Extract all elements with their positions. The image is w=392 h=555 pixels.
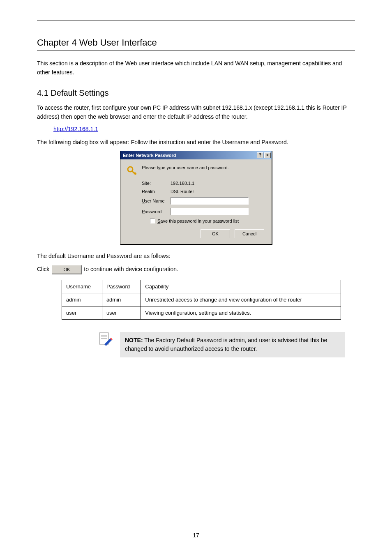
username-label: User Name xyxy=(142,198,171,203)
cell-username: user xyxy=(62,306,102,320)
ok-button[interactable]: OK xyxy=(201,229,230,238)
title-underline xyxy=(37,51,355,51)
th-capability: Capability xyxy=(141,280,341,293)
realm-value: DSL Router xyxy=(171,189,194,194)
save-password-checkbox[interactable] xyxy=(150,219,155,223)
inline-ok-button[interactable]: OK xyxy=(52,265,81,274)
note-block: NOTE: The Factory Default Password is ad… xyxy=(99,332,345,357)
password-label-rest: assword xyxy=(145,209,161,214)
dialog-title-text: Enter Network Password xyxy=(123,153,256,158)
dialog-titlebar: Enter Network Password ? × xyxy=(120,151,272,159)
default-accounts-lead: The default Username and Password are as… xyxy=(37,252,355,261)
table-row: admin admin Unrestricted access to chang… xyxy=(62,293,341,306)
cell-password: admin xyxy=(102,293,141,306)
cell-capability: Unrestricted access to change and view c… xyxy=(141,293,341,306)
username-input[interactable] xyxy=(171,197,249,205)
login-dialog: Enter Network Password ? × Please type y… xyxy=(120,151,272,244)
th-username: Username xyxy=(62,280,102,293)
router-url: http://192.168.1.1 xyxy=(53,126,355,132)
note-body: The Factory Default Password is admin, a… xyxy=(125,337,327,352)
save-password-label: SSave this password in your password lis… xyxy=(157,219,239,223)
dialog-prompt: Please type your user name and password. xyxy=(142,165,229,170)
table-row: user user Viewing configuration, setting… xyxy=(62,306,341,320)
router-url-link[interactable]: http://192.168.1.1 xyxy=(53,126,98,132)
realm-label: Realm xyxy=(142,189,171,194)
key-icon xyxy=(126,165,138,177)
th-password: Password xyxy=(102,280,141,293)
subchapter-title: 4.1 Default Settings xyxy=(37,88,355,98)
cell-username: admin xyxy=(62,293,102,306)
username-label-rest: ser Name xyxy=(145,198,165,203)
top-rule xyxy=(37,21,355,21)
cell-password: user xyxy=(102,306,141,320)
continue-text: to continue with device configuration. xyxy=(84,265,178,274)
note-text: NOTE: The Factory Default Password is ad… xyxy=(120,332,345,357)
intro-paragraph: This section is a description of the Web… xyxy=(37,59,355,77)
cancel-button[interactable]: Cancel xyxy=(235,229,264,238)
dialog-lead-in: The following dialog box will appear: Fo… xyxy=(37,138,355,147)
note-icon xyxy=(99,332,113,346)
site-value: 192.168.1.1 xyxy=(171,181,194,186)
table-header-row: Username Password Capability xyxy=(62,280,341,293)
help-icon[interactable]: ? xyxy=(257,152,263,158)
close-icon[interactable]: × xyxy=(264,152,271,158)
accounts-table: Username Password Capability admin admin… xyxy=(62,280,341,320)
password-label: Password xyxy=(142,209,171,214)
cell-capability: Viewing configuration, settings and stat… xyxy=(141,306,341,320)
click-text: Click xyxy=(37,265,49,274)
chapter-title: Chapter 4 Web User Interface xyxy=(37,37,355,48)
page-number: 17 xyxy=(0,532,392,539)
password-input[interactable] xyxy=(171,208,249,215)
site-label: Site: xyxy=(142,181,171,186)
access-paragraph: To access the router, first configure yo… xyxy=(37,104,355,121)
note-label: NOTE: xyxy=(125,337,143,343)
